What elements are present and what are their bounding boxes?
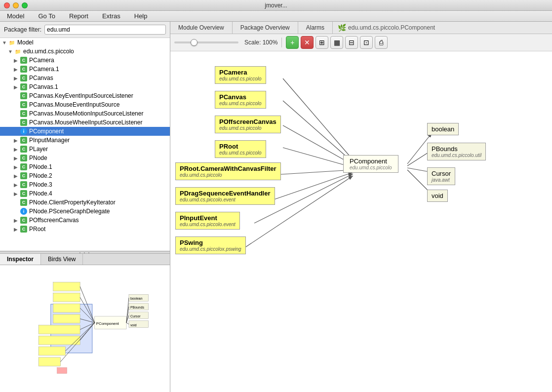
- titlebar: jmover...: [0, 0, 552, 11]
- layout-button[interactable]: ⊞: [315, 36, 328, 49]
- node-name: Cursor: [432, 170, 451, 177]
- tree-node-PNodeClientProp[interactable]: C PNode.ClientPropertyKeyIterator: [0, 198, 170, 207]
- tree-label: PCanvas.MouseEventInputSource: [29, 101, 119, 108]
- breadcrumb: 🌿 edu.umd.cs.piccolo.PComponent: [333, 22, 552, 34]
- package-filter-input[interactable]: [44, 25, 166, 35]
- tree-node-PLayer[interactable]: ▶ C PLayer: [0, 145, 170, 154]
- node-pswing[interactable]: PSwing edu.umd.cs.piccolox.pswing: [175, 236, 246, 254]
- node-name: PComponent: [350, 157, 392, 165]
- print-button[interactable]: ⎙: [375, 36, 388, 49]
- menu-extras[interactable]: Extras: [99, 11, 123, 21]
- menu-model[interactable]: Model: [4, 11, 27, 21]
- tree-node-PCanvasMouseMotion[interactable]: C PCanvas.MouseMotionInputSourceListener: [0, 109, 170, 118]
- tree-node-PCamera[interactable]: ▶ C PCamera: [0, 56, 170, 65]
- add-button[interactable]: +: [286, 36, 299, 49]
- node-pcanvas[interactable]: PCanvas edu.umd.cs.piccolo: [215, 91, 266, 109]
- inspector-content: PComponent boolean PBounds Cursor void: [0, 265, 170, 392]
- tree-node-PInputManager[interactable]: ▶ C PInputManager: [0, 136, 170, 145]
- menu-goto[interactable]: Go To: [35, 11, 58, 21]
- tree-node-PNode1[interactable]: ▶ C PNode.1: [0, 162, 170, 171]
- svg-rect-32: [57, 368, 67, 374]
- node-cursor[interactable]: Cursor java.awt: [427, 167, 455, 185]
- class-icon: C: [20, 118, 28, 126]
- node-pbounds[interactable]: PBounds edu.umd.cs.piccolo.util: [427, 143, 486, 160]
- tree-label: edu.umd.cs.piccolo: [23, 48, 74, 55]
- tree-node-PRoot[interactable]: ▶ C PRoot: [0, 225, 170, 234]
- node-void[interactable]: void: [427, 190, 448, 202]
- node-pkg: edu.umd.cs.piccolo: [219, 76, 262, 81]
- tree-node-model[interactable]: ▼ 📁 Model: [0, 38, 170, 47]
- birds-canvas: PComponent boolean PBounds Cursor void: [0, 265, 170, 392]
- node-pkg: edu.umd.cs.piccolox.pswing: [180, 246, 241, 252]
- svg-rect-8: [39, 347, 65, 355]
- diagram-toolbar: Scale: 100% + ✕ ⊞ ▦ ⊟ ⊡ ⎙: [170, 34, 552, 51]
- tree-node-PCanvasMouse[interactable]: C PCanvas.MouseEventInputSource: [0, 100, 170, 109]
- tab-module-overview[interactable]: Module Overview: [170, 22, 233, 34]
- package-filter-label: Package filter:: [4, 26, 41, 33]
- tab-inspector[interactable]: Inspector: [0, 254, 41, 265]
- node-pcamera[interactable]: PCamera edu.umd.cs.piccolo: [215, 66, 266, 84]
- svg-text:Cursor: Cursor: [130, 314, 141, 318]
- node-proot-camera-filter[interactable]: PRoot.CameraWithCanvasFilter edu.umd.cs.…: [175, 162, 281, 180]
- node-name: PDragSequenceEventHandler: [180, 190, 271, 197]
- menu-help[interactable]: Help: [131, 11, 151, 21]
- tree-node-PCamera1[interactable]: ▶ C PCamera.1: [0, 65, 170, 74]
- maximize-button[interactable]: [22, 2, 28, 8]
- tab-birds-view[interactable]: Birds View: [41, 254, 83, 265]
- node-pcomponent-main[interactable]: PComponent edu.umd.cs.piccolo: [343, 155, 398, 173]
- class-icon: C: [20, 101, 28, 109]
- node-pkg: edu.umd.cs.piccolo.event: [180, 222, 236, 227]
- node-pdrag[interactable]: PDragSequenceEventHandler edu.umd.cs.pic…: [175, 187, 275, 205]
- node-proot[interactable]: PRoot edu.umd.cs.piccolo: [215, 140, 266, 158]
- tree-label: PComponent: [29, 128, 64, 135]
- class-icon: C: [20, 181, 28, 189]
- class-icon: C: [20, 92, 28, 100]
- arrow-icon: ▶: [14, 76, 20, 81]
- node-boolean[interactable]: boolean: [427, 123, 459, 135]
- tree-label: PLayer: [29, 146, 48, 153]
- node-name: PRoot: [219, 143, 262, 150]
- tree-node-PNode[interactable]: ▶ C PNode: [0, 154, 170, 162]
- node-pinputevent[interactable]: PInputEvent edu.umd.cs.piccolo.event: [175, 212, 240, 230]
- tree-node-PCanvasKey[interactable]: C PCanvas.KeyEventInputSourceListener: [0, 91, 170, 100]
- svg-line-41: [244, 176, 353, 248]
- tab-alarms[interactable]: Alarms: [298, 22, 333, 34]
- tree-node-PComponent[interactable]: i PComponent: [0, 127, 170, 136]
- tree-label: PRoot: [29, 226, 45, 233]
- grid-button[interactable]: ▦: [330, 36, 343, 49]
- scale-label: Scale: 100%: [244, 39, 277, 46]
- menu-report[interactable]: Report: [66, 11, 91, 21]
- svg-rect-9: [39, 357, 60, 366]
- scale-slider[interactable]: [174, 39, 238, 46]
- minimize-button[interactable]: [13, 2, 19, 8]
- tree-node-PNodePSceneGraph[interactable]: i PNode.PSceneGraphDelegate: [0, 207, 170, 216]
- tree-node-PNode2[interactable]: ▶ C PNode.2: [0, 171, 170, 180]
- columns-button[interactable]: ⊟: [345, 36, 358, 49]
- tab-package-overview[interactable]: Package Overview: [233, 22, 298, 34]
- class-icon: C: [20, 136, 28, 144]
- close-button[interactable]: [4, 2, 10, 8]
- node-pkg: edu.umd.cs.piccolo: [350, 165, 392, 170]
- arrow-icon: ▶: [14, 227, 20, 232]
- class-icon: C: [20, 56, 28, 64]
- tree-node-pkg[interactable]: ▼ 📁 edu.umd.cs.piccolo: [0, 47, 170, 56]
- tree-container[interactable]: ▼ 📁 Model ▼ 📁 edu.umd.cs.piccolo ▶ C PCa…: [0, 38, 170, 251]
- remove-button[interactable]: ✕: [301, 36, 314, 49]
- inspector-tabs: Inspector Birds View: [0, 254, 170, 265]
- tree-node-PCanvas[interactable]: ▶ C PCanvas: [0, 74, 170, 82]
- separator: [281, 38, 282, 47]
- node-poffscreencanvas[interactable]: POffscreenCanvas edu.umd.cs.piccolo: [215, 116, 281, 133]
- arrow-icon: ▶: [14, 156, 20, 161]
- export-button[interactable]: ⊡: [360, 36, 373, 49]
- tree-label: PNode.ClientPropertyKeyIterator: [29, 199, 116, 206]
- arrow-icon: ▶: [14, 147, 20, 152]
- tree-node-PNode3[interactable]: ▶ C PNode.3: [0, 180, 170, 189]
- tree-node-PCanvas1[interactable]: ▶ C PCanvas.1: [0, 82, 170, 91]
- tree-node-POffscreenCanvas[interactable]: ▶ C POffscreenCanvas: [0, 216, 170, 225]
- class-icon: C: [20, 163, 28, 171]
- tree-node-PCanvasMouseWheel[interactable]: C PCanvas.MouseWheelInputSourceListener: [0, 118, 170, 127]
- tree-node-PNode4[interactable]: ▶ C PNode.4: [0, 189, 170, 198]
- diagram-area[interactable]: PCamera edu.umd.cs.piccolo PCanvas edu.u…: [170, 51, 552, 392]
- node-name: PInputEvent: [180, 214, 236, 222]
- tree-label: PNode.2: [29, 172, 52, 179]
